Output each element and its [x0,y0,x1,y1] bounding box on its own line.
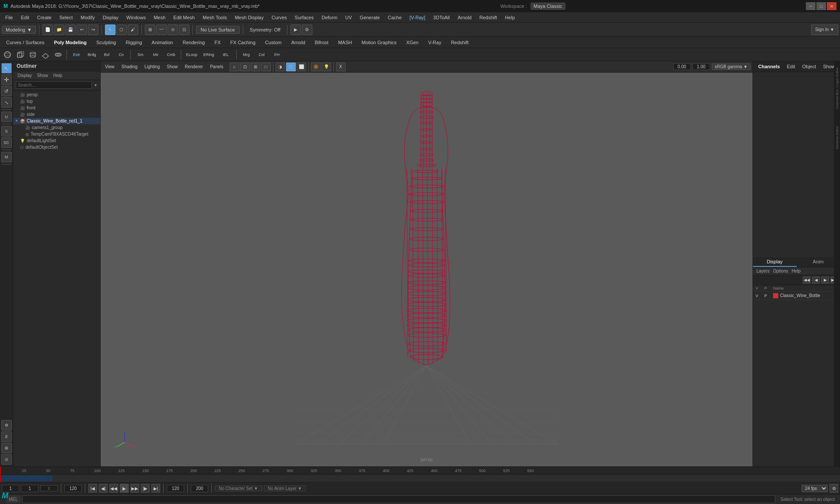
mirror-button[interactable]: Mir [149,50,163,60]
menu-edit-mesh[interactable]: Edit Mesh [170,14,198,21]
plane-button[interactable] [40,50,51,60]
outliner-search-input[interactable] [16,81,92,89]
layout-btn[interactable]: ⊞ [1,443,12,453]
tab-poly-modeling[interactable]: Poly Modeling [49,39,91,46]
menu-mesh-display[interactable]: Mesh Display [231,14,267,21]
vp-field1[interactable] [673,63,691,70]
vp-menu-lighting[interactable]: Lighting [142,63,162,70]
scale-tool-btn[interactable]: ⤡ [1,97,12,108]
menu-vray[interactable]: [V-Ray] [406,14,429,21]
collapse-button[interactable]: Col [255,50,269,60]
vp-menu-view[interactable]: View [102,63,117,70]
cylinder-button[interactable] [27,50,38,60]
tab-arnold[interactable]: Arnold [287,39,310,46]
outliner-tab-show[interactable]: Show [35,73,50,78]
vp-cam-fit-btn[interactable]: ⊞ [251,63,260,71]
vp-wire-btn[interactable]: ⬡ [286,63,296,71]
sign-in-button[interactable]: Sign In ▼ [811,24,838,35]
menu-redshift[interactable]: Redshift [476,14,500,21]
outliner-item-light-set[interactable]: 💡 defaultLightSet [13,137,100,144]
outliner-item-tempcam[interactable]: ◎ TempCamFBXASCD46Target [13,131,100,137]
vp-menu-shading[interactable]: Shading [119,63,140,70]
max-end-field[interactable] [191,485,208,492]
tab-sculpting[interactable]: Sculpting [92,39,120,46]
menu-select[interactable]: Select [56,14,77,21]
isolate-btn[interactable]: ◎ [1,454,12,465]
viewport-canvas[interactable]: X Y Z persp [101,73,752,466]
vp-texture-btn[interactable]: ⬜ [297,63,306,71]
vp-shadow-btn[interactable]: 🔆 [311,63,321,71]
lasso-tool-button[interactable]: ⬡ [116,24,127,35]
connect-button[interactable]: Cn [115,50,128,60]
edge-loop-button[interactable]: ELoop [184,50,200,60]
outliner-item-camera-group[interactable]: 🎥 camera1_group [13,124,100,131]
tab-animation[interactable]: Animation [147,39,178,46]
move-tool-btn[interactable]: ✛ [1,74,12,85]
tab-bifrost[interactable]: Bifrost [311,39,333,46]
tab-vray[interactable]: V-Ray [424,39,446,46]
layers-help-tab[interactable]: Help [791,269,801,273]
menu-generate[interactable]: Generate [356,14,383,21]
ipr-button[interactable]: ⚙ [302,24,312,35]
undo-button[interactable]: ↩ [77,24,87,35]
vp-menu-show[interactable]: Show [164,63,180,70]
current-frame-field[interactable] [21,485,38,492]
open-scene-button[interactable]: 📁 [54,24,64,35]
layer-row-bottle[interactable]: V P Classic_Wine_Bottle [753,292,840,300]
show-manip-btn[interactable]: M [1,152,12,162]
close-button[interactable]: ✕ [827,2,836,10]
mode-dropdown[interactable]: Modeling ▼ [2,26,36,34]
play-back-btn[interactable]: ◀◀ [109,484,118,493]
anim-prefs-btn[interactable]: ⚙ [830,484,838,493]
select-tool-button[interactable]: ↖ [105,24,116,35]
menu-mesh-tools[interactable]: Mesh Tools [199,14,230,21]
vp-cam-home-btn[interactable]: ⌂ [230,63,239,71]
tab-fx[interactable]: FX [210,39,225,46]
outliner-item-top[interactable]: 🎥 top [13,98,100,105]
vp-light-btn[interactable]: 💡 [322,63,331,71]
save-scene-button[interactable]: 💾 [65,24,76,35]
redo-button[interactable]: ↪ [88,24,98,35]
timeline-bar[interactable] [0,475,840,482]
merge-button[interactable]: Mrg [239,50,253,60]
outliner-tab-display[interactable]: Display [16,73,34,78]
menu-display[interactable]: Display [99,14,122,21]
options-tab[interactable]: Options [773,269,788,273]
tab-mash[interactable]: MASH [334,39,357,46]
character-set-label[interactable]: No Character Set ▼ [215,486,262,491]
sphere-button[interactable] [2,50,13,60]
tab-curves-surfaces[interactable]: Curves / Surfaces [2,39,49,46]
vp-menu-renderer[interactable]: Renderer [182,63,206,70]
command-input[interactable] [22,495,776,503]
menu-modify[interactable]: Modify [77,14,98,21]
select-tool-btn[interactable]: ↖ [1,63,12,74]
display-tab[interactable]: Display [753,257,797,267]
rotate-tool-btn[interactable]: ↺ [1,86,12,96]
outliner-item-front[interactable]: 🎥 front [13,105,100,111]
bevel-button[interactable]: Bvl [100,50,113,60]
snap-point-button[interactable]: ⊙ [168,24,178,35]
step-back-btn[interactable]: ◀| [99,484,108,493]
menu-arnold[interactable]: Arnold [454,14,475,21]
vp-xray-btn[interactable]: X [336,63,346,71]
paint-sel-button[interactable]: 🖌 [128,24,138,35]
ch-tab-edit[interactable]: Edit [785,63,797,70]
ch-tab-object[interactable]: Object [800,63,818,70]
menu-create[interactable]: Create [34,14,55,21]
snap-grid-button[interactable]: ⊞ [145,24,155,35]
jump-end-btn[interactable]: ▶| [151,484,160,493]
snap-settings-btn[interactable]: ⚙ [1,420,12,430]
range-end-field[interactable] [64,485,82,492]
live-surface-button[interactable]: No Live Surface [196,26,240,34]
sculpt-btn[interactable]: SC [1,137,12,148]
layer-ctrl-1[interactable]: ◀◀ [803,276,811,284]
menu-windows[interactable]: Windows [123,14,150,21]
tab-custom[interactable]: Custom [261,39,286,46]
menu-file[interactable]: File [2,14,17,21]
combine-button[interactable]: Cmb [164,50,178,60]
snap-curve-button[interactable]: 〰 [156,24,167,35]
new-scene-button[interactable]: 📄 [42,24,53,35]
torus-button[interactable] [52,50,64,60]
vp-cam-frame-btn[interactable]: □ [261,63,271,71]
step-fwd-btn[interactable]: |▶ [141,484,150,493]
